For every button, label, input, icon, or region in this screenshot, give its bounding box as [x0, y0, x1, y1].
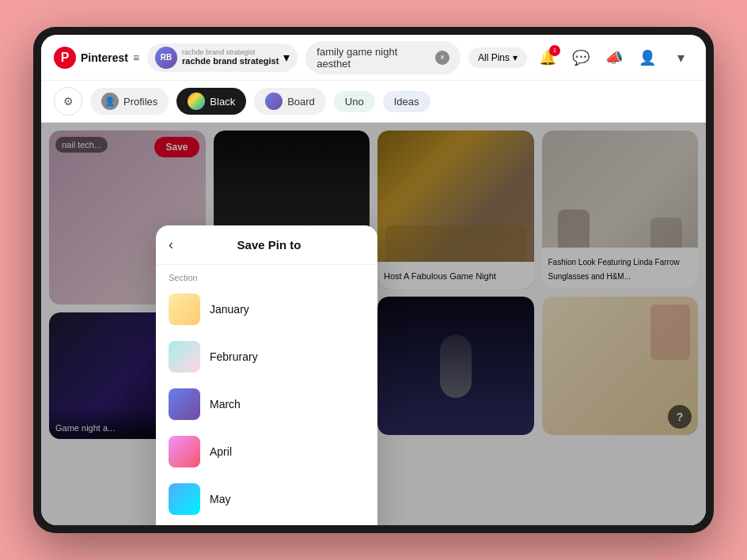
search-value: family game night aesthet: [317, 46, 429, 70]
board-chip-icon: [265, 93, 282, 110]
profiles-chip-icon: 👤: [101, 93, 119, 110]
march-thumbnail: [169, 388, 200, 420]
all-pins-label: All Pins: [478, 52, 510, 63]
header: P Pinterest ≡ RB rachde brand strategist…: [41, 35, 706, 81]
profiles-chip-label: Profiles: [123, 96, 157, 108]
profile-icon: 👤: [639, 49, 656, 66]
chip-board[interactable]: Board: [254, 88, 326, 115]
black-chip-label: Black: [210, 96, 235, 108]
uno-chip-label: Uno: [345, 96, 364, 108]
tablet-screen: P Pinterest ≡ RB rachde brand strategist…: [41, 35, 706, 525]
header-more-button[interactable]: ▾: [668, 45, 693, 70]
search-bar[interactable]: family game night aesthet ×: [305, 41, 461, 74]
main-content: nail tech... Save Game night a...: [41, 123, 706, 525]
section-may[interactable]: May: [156, 475, 377, 523]
modal-section-label: Section: [156, 265, 377, 286]
notification-badge: 1: [549, 45, 560, 56]
pinterest-logo: P: [54, 47, 76, 69]
chevron-more-icon: ▾: [677, 49, 684, 66]
messages-button[interactable]: 💬: [568, 45, 593, 70]
chip-black[interactable]: Black: [176, 88, 246, 115]
megaphone-button[interactable]: 📣: [601, 45, 627, 70]
logo-area: P Pinterest ≡: [54, 47, 139, 69]
section-march[interactable]: March: [156, 380, 377, 428]
filter-button[interactable]: ⚙: [54, 87, 82, 115]
filter-icon: ⚙: [63, 95, 74, 108]
section-january[interactable]: January: [156, 286, 377, 333]
chat-icon: 💬: [572, 49, 590, 66]
all-pins-button[interactable]: All Pins ▾: [468, 47, 527, 68]
chip-uno[interactable]: Uno: [334, 91, 375, 112]
save-pin-modal: ‹ Save Pin to Section January Februrary: [156, 225, 377, 525]
account-selector[interactable]: RB rachde brand strategist rachde brand …: [147, 44, 298, 72]
chip-ideas[interactable]: Ideas: [383, 91, 430, 112]
may-thumbnail: [169, 483, 200, 515]
hamburger-icon[interactable]: ≡: [133, 51, 139, 64]
february-label: Februrary: [210, 350, 258, 363]
chevron-down-icon: ▾: [283, 50, 290, 65]
black-chip-icon: [188, 93, 205, 110]
megaphone-icon: 📣: [605, 49, 623, 66]
all-pins-chevron-icon: ▾: [513, 52, 518, 63]
modal-items-list: January Februrary March April: [156, 286, 377, 523]
account-name: rachde brand strategist: [182, 56, 279, 66]
header-icons: 🔔 1 💬 📣 👤 ▾: [535, 45, 693, 70]
tablet-frame: P Pinterest ≡ RB rachde brand strategist…: [33, 27, 714, 533]
section-april[interactable]: April: [156, 428, 377, 475]
february-thumbnail: [169, 341, 200, 373]
notifications-button[interactable]: 🔔 1: [535, 45, 560, 70]
may-label: May: [210, 493, 230, 505]
board-chip-label: Board: [287, 96, 315, 108]
march-label: March: [210, 398, 241, 411]
modal-header: ‹ Save Pin to: [156, 225, 377, 265]
avatar: RB: [155, 47, 177, 69]
chip-profiles[interactable]: 👤 Profiles: [90, 88, 169, 115]
app-name: Pinterest: [81, 51, 128, 64]
search-clear-button[interactable]: ×: [435, 51, 449, 65]
ideas-chip-label: Ideas: [394, 96, 419, 108]
section-february[interactable]: Februrary: [156, 333, 377, 380]
april-thumbnail: [169, 436, 200, 467]
april-label: April: [210, 445, 232, 458]
user-profile-button[interactable]: 👤: [635, 45, 660, 70]
modal-title: Save Pin to: [173, 238, 365, 252]
account-label: rachde brand strategist: [182, 49, 279, 56]
filter-bar: ⚙ 👤 Profiles Black Board Uno Ideas: [41, 81, 706, 123]
january-thumbnail: [169, 293, 200, 325]
january-label: January: [210, 303, 249, 316]
